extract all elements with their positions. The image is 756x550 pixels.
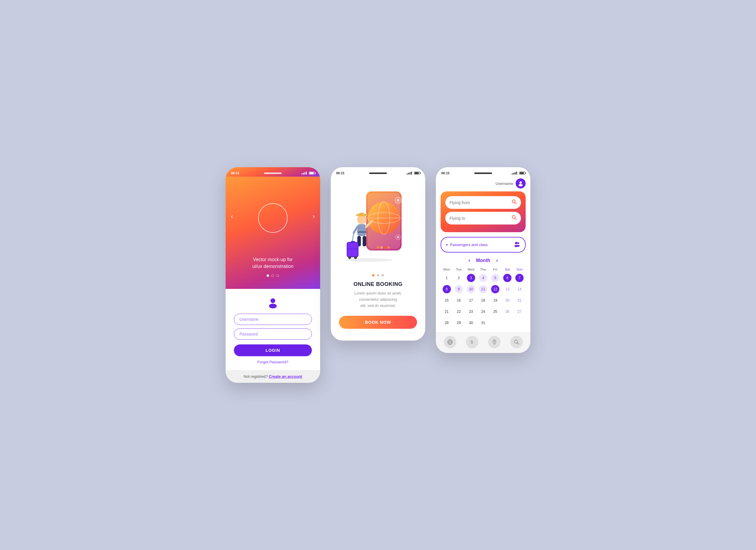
flying-from-input[interactable] [449, 200, 511, 205]
slide-dot-3[interactable] [382, 274, 384, 276]
nav-location-button[interactable] [488, 336, 501, 348]
flying-from-wrap [445, 196, 521, 209]
phone-booking: 08:15 [331, 167, 425, 341]
forgot-password-link[interactable]: Forgot Password? [234, 360, 312, 364]
cal-day[interactable]: 25 [489, 306, 501, 317]
svg-point-11 [397, 236, 399, 238]
cal-header-sun: Sun [514, 266, 526, 272]
phones-container: 08:15 ‹ › Vector mock-up forui/ux demons… [226, 167, 530, 383]
cal-day[interactable]: 10 [465, 284, 477, 295]
cal-day[interactable]: 22 [453, 306, 465, 317]
cal-day[interactable]: 28 [441, 317, 453, 328]
cal-day[interactable]: 23 [465, 306, 477, 317]
cal-day[interactable]: 29 [453, 317, 465, 328]
cal-day [501, 317, 514, 328]
nav-search-button[interactable] [510, 336, 523, 348]
status-time-2: 08:15 [336, 171, 344, 175]
booking-description: Lorem ipsum dolor sit amet,consectetur a… [339, 290, 417, 309]
svg-text:$: $ [471, 340, 473, 344]
cal-day[interactable]: 19 [489, 295, 501, 306]
svg-point-48 [494, 341, 495, 342]
cal-header-thu: Thu [477, 266, 489, 272]
svg-point-14 [384, 246, 386, 249]
search-to-button[interactable] [511, 215, 517, 222]
login-section: LOGIN Forgot Password? [226, 289, 320, 370]
create-account-link[interactable]: Create an account [269, 374, 302, 379]
cal-day[interactable]: 24 [477, 306, 489, 317]
cal-day[interactable]: 18 [477, 295, 489, 306]
cal-week-1: 1 2 3 4 5 6 7 [441, 272, 526, 284]
phone-login: 08:15 ‹ › Vector mock-up forui/ux demons… [226, 167, 320, 383]
username-label: Username [496, 181, 513, 186]
cal-week-2: 8 9 10 11 12 13 14 [441, 284, 526, 295]
svg-point-0 [271, 298, 275, 303]
cal-day[interactable]: 5 [489, 272, 501, 284]
register-bar: Not registred? Create an account [226, 370, 320, 383]
cal-day[interactable]: 7 [514, 272, 526, 284]
dot-1[interactable] [267, 274, 269, 277]
cal-day[interactable]: 16 [453, 295, 465, 306]
profile-circle [258, 203, 288, 233]
cal-week-3: 15 16 17 18 19 20 21 [441, 295, 526, 306]
svg-point-30 [348, 256, 351, 259]
cal-day[interactable]: 31 [477, 317, 489, 328]
next-arrow-button[interactable]: › [310, 210, 317, 223]
camera-notch-3 [474, 173, 492, 174]
cal-day[interactable]: 21 [441, 306, 453, 317]
cal-day[interactable]: 27 [514, 306, 526, 317]
username-input[interactable] [234, 314, 312, 325]
svg-rect-29 [351, 241, 355, 243]
svg-point-1 [269, 304, 277, 308]
calendar-section: ‹ Month › Mon Tue Wed Thu Fri Sat Sun [436, 254, 530, 332]
cal-header-mon: Mon [441, 266, 453, 272]
cal-day[interactable]: 9 [453, 284, 465, 295]
slide-dot-1[interactable] [372, 274, 374, 276]
password-input[interactable] [234, 328, 312, 340]
flying-to-wrap [445, 212, 521, 224]
user-icon-wrap [234, 296, 312, 309]
cal-day[interactable]: 17 [465, 295, 477, 306]
status-bar-2: 08:15 [331, 167, 425, 177]
cal-day[interactable]: 14 [514, 284, 526, 295]
cal-week-4: 21 22 23 24 25 26 27 [441, 306, 526, 317]
cal-prev-button[interactable]: ‹ [468, 257, 470, 263]
dot-2[interactable] [271, 274, 274, 277]
cal-day[interactable]: 26 [501, 306, 514, 317]
cal-day[interactable]: 2 [453, 272, 465, 284]
cal-week-5: 28 29 30 31 [441, 317, 526, 328]
cal-day[interactable]: 4 [477, 272, 489, 284]
user-avatar[interactable] [516, 178, 526, 188]
book-now-button[interactable]: BOOK NOW [339, 316, 417, 329]
slide-dot-2[interactable] [377, 274, 379, 276]
cal-day[interactable]: 13 [501, 284, 514, 295]
cal-day[interactable]: 3 [465, 272, 477, 284]
prev-arrow-button[interactable]: ‹ [229, 210, 235, 223]
cal-day[interactable]: 30 [465, 317, 477, 328]
search-from-button[interactable] [511, 199, 517, 206]
svg-point-32 [346, 258, 393, 262]
svg-rect-19 [357, 224, 366, 236]
cal-day[interactable]: 15 [441, 295, 453, 306]
cal-day[interactable]: 8 [441, 284, 453, 295]
flying-to-input[interactable] [449, 216, 511, 221]
cal-day[interactable]: 11 [477, 284, 489, 295]
cal-day [514, 317, 526, 328]
nav-dollar-button[interactable]: $ [466, 336, 478, 348]
svg-point-13 [380, 246, 383, 249]
svg-point-12 [377, 246, 379, 249]
cal-day[interactable]: 6 [501, 272, 514, 284]
bottom-navigation: $ [436, 332, 530, 353]
passengers-button[interactable]: ▾ Passengers and class [441, 237, 526, 253]
cal-next-button[interactable]: › [496, 257, 498, 263]
cal-day [489, 317, 501, 328]
cal-day[interactable]: 20 [501, 295, 514, 306]
cal-day[interactable]: 21 [514, 295, 526, 306]
cal-day[interactable]: 1 [441, 272, 453, 284]
booking-title: ONLINE BOOKING [339, 281, 417, 287]
dot-3[interactable] [276, 274, 279, 277]
nav-globe-button[interactable] [444, 336, 456, 348]
cal-day[interactable]: 12 [489, 284, 501, 295]
login-button[interactable]: LOGIN [234, 344, 312, 356]
slide-dots [331, 271, 425, 281]
battery-icon [309, 172, 315, 175]
